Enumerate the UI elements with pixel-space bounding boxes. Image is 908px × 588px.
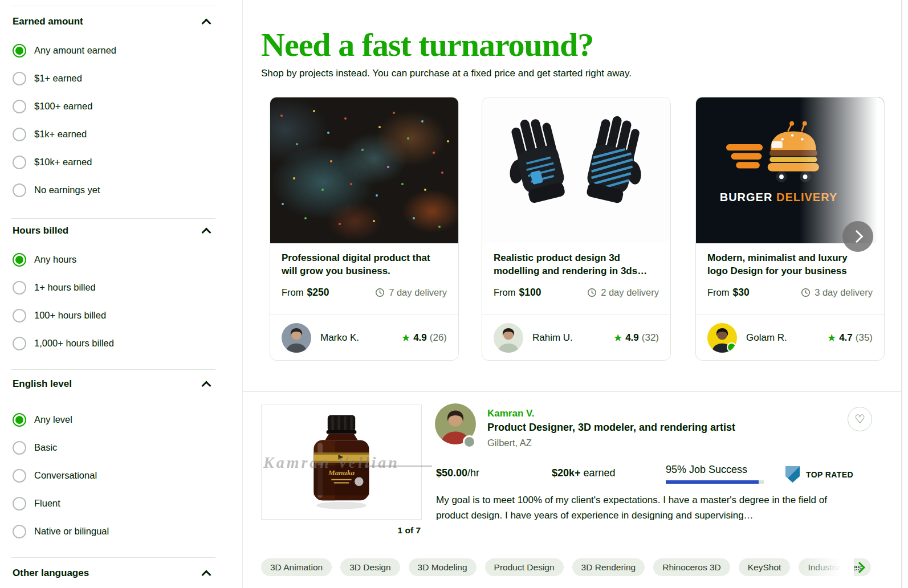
radio-label: $100+ earned (34, 101, 92, 112)
radio-option[interactable]: $10k+ earned (13, 148, 215, 176)
filter-section-hours-billed: Hours billedAny hours1+ hours billed100+… (13, 224, 215, 357)
radio-unselected[interactable] (13, 281, 26, 295)
freelancer-location: Gilbert, AZ (487, 438, 532, 448)
radio-option[interactable]: Any amount earned (13, 36, 215, 64)
radio-option[interactable]: 100+ hours billed (13, 301, 215, 329)
rating-value: 4.7 (839, 332, 853, 344)
seller-name: Rahim U. (532, 332, 573, 344)
radio-option[interactable]: Fluent (13, 489, 215, 517)
project-card[interactable]: Professional digital product that will g… (270, 97, 459, 361)
radio-unselected[interactable] (13, 337, 26, 350)
rate-value: $50.00 (436, 467, 467, 479)
freelancer-name-link[interactable]: Kamran V. (487, 408, 535, 419)
rating-count: (32) (642, 332, 659, 344)
page-title: Need a fast turnaround? (261, 24, 593, 66)
radio-option[interactable]: No earnings yet (13, 176, 215, 204)
radio-label: 1,000+ hours billed (34, 338, 114, 349)
radio-option[interactable]: Basic (13, 434, 215, 462)
heart-icon: ♡ (854, 413, 865, 425)
radio-unselected[interactable] (13, 469, 26, 483)
rating: ★4.9(26) (401, 332, 447, 344)
filter-section-header[interactable]: Hours billed (13, 224, 215, 238)
filter-section-title: English level (13, 378, 72, 390)
radio-unselected[interactable] (13, 128, 26, 141)
project-title: Realistic product design 3d modelling an… (494, 251, 654, 277)
chevron-up-icon[interactable] (202, 228, 211, 238)
filter-section-header[interactable]: Other languages (13, 566, 215, 580)
chevron-up-icon[interactable] (202, 570, 211, 580)
delivery-time: 7 day delivery (375, 287, 447, 298)
radio-option[interactable]: 1+ hours billed (13, 273, 215, 301)
project-card[interactable]: Realistic product design 3d modelling an… (482, 97, 671, 361)
filter-options: Any amount earned$1+ earned$100+ earned$… (13, 36, 215, 204)
earned-suffix: earned (581, 467, 616, 479)
star-icon: ★ (401, 333, 410, 343)
chevron-up-icon[interactable] (202, 381, 211, 391)
radio-option[interactable]: Any level (13, 406, 215, 434)
radio-selected[interactable] (13, 44, 26, 58)
radio-option[interactable]: $100+ earned (13, 92, 215, 120)
radio-selected[interactable] (13, 413, 26, 427)
honey-jar-illustration: Manuka (304, 410, 379, 513)
filter-options: Any levelBasicConversationalFluentNative… (13, 406, 215, 545)
skill-tag[interactable]: 3D Rendering (572, 558, 645, 576)
avatar-photo (494, 323, 523, 353)
delivery-time: 2 day delivery (587, 287, 659, 298)
freelancer-bio: My goal is to meet 100% of my client's e… (436, 492, 861, 523)
from-label: From (494, 287, 516, 297)
project-thumbnail (270, 97, 458, 243)
top-rated-label: TOP RATED (806, 470, 853, 479)
seller-avatar (494, 323, 523, 353)
price-row: From$250 7 day delivery (282, 287, 447, 299)
fade-overlay (800, 97, 885, 243)
portfolio-image[interactable]: Manuka (261, 405, 422, 520)
filter-section-header[interactable]: Earned amount (13, 15, 215, 28)
avatar-photo (282, 323, 311, 353)
save-freelancer-button[interactable]: ♡ (848, 407, 872, 431)
radio-label: Any hours (34, 254, 76, 265)
skills-next-button[interactable] (853, 560, 869, 575)
radio-label: Any amount earned (34, 45, 116, 56)
radio-unselected[interactable] (13, 156, 26, 169)
radio-label: 1+ hours billed (34, 282, 96, 293)
seller-name: Marko K. (320, 332, 359, 344)
filter-section-title: Earned amount (13, 16, 83, 27)
radio-unselected[interactable] (13, 72, 26, 85)
radio-label: No earnings yet (34, 185, 100, 195)
radio-unselected[interactable] (13, 497, 26, 511)
skill-tag[interactable]: 3D Modeling (409, 558, 477, 576)
from-label: From (282, 287, 304, 297)
page-subtitle: Shop by projects instead. You can purcha… (261, 68, 632, 79)
bokeh-dots (270, 97, 272, 100)
price-from: From$30 (707, 287, 750, 299)
radio-unselected[interactable] (13, 100, 26, 113)
clock-icon (587, 288, 597, 297)
filter-section-other-languages: Other languages (13, 566, 215, 588)
filter-section-header[interactable]: English level (13, 377, 215, 391)
radio-unselected[interactable] (13, 441, 26, 455)
radio-option[interactable]: Conversational (13, 462, 215, 489)
price-value: $100 (519, 287, 541, 298)
radio-unselected[interactable] (13, 183, 26, 197)
radio-unselected[interactable] (13, 309, 26, 322)
radio-option[interactable]: $1+ earned (13, 64, 215, 92)
radio-option[interactable]: Any hours (13, 246, 215, 273)
radio-unselected[interactable] (13, 525, 26, 538)
skill-tag[interactable]: Product Design (485, 558, 564, 576)
radio-option[interactable]: Native or bilingual (13, 517, 215, 545)
carousel-next-button[interactable] (842, 221, 873, 252)
clock-icon (801, 288, 811, 297)
radio-label: $1+ earned (34, 73, 82, 84)
project-card-footer: Golam R. ★4.7(35) (696, 315, 884, 360)
project-card-footer: Rahim U. ★4.9(32) (482, 315, 670, 360)
skill-tag[interactable]: KeyShot (739, 558, 791, 576)
radio-label: Native or bilingual (34, 526, 109, 537)
radio-selected[interactable] (13, 253, 26, 267)
skill-tag[interactable]: Rhinoceros 3D (653, 558, 730, 576)
chevron-up-icon[interactable] (202, 19, 211, 28)
skill-tag[interactable]: 3D Design (340, 558, 400, 576)
radio-option[interactable]: $1k+ earned (13, 120, 215, 148)
job-success-bar-fill (666, 480, 759, 484)
radio-option[interactable]: 1,000+ hours billed (13, 329, 215, 357)
skill-tag[interactable]: 3D Animation (261, 558, 332, 576)
